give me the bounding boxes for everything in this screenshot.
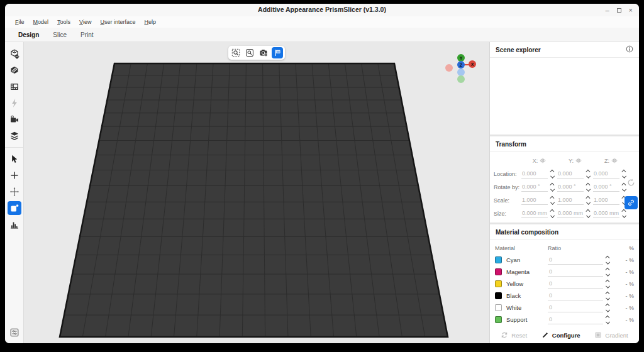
transform-axis-header: X: Y: Z:	[494, 154, 636, 167]
select-cursor-icon[interactable]	[8, 152, 21, 166]
white-ratio-input[interactable]: 0	[548, 304, 603, 312]
stepper[interactable]	[585, 170, 592, 177]
texture-material-icon[interactable]	[8, 201, 21, 215]
support-ratio-input[interactable]: 0	[548, 316, 603, 324]
title-bar: Additive Appearance PrismSlicer (v1.3.0)…	[5, 4, 639, 16]
tab-design[interactable]: Design	[13, 30, 45, 40]
rotate-z-input[interactable]: 0.000 °	[593, 183, 619, 192]
preferences-icon[interactable]	[8, 326, 21, 339]
gizmo-y-neg[interactable]	[457, 75, 465, 83]
menu-tools[interactable]: Tools	[53, 18, 74, 26]
close-button[interactable]: ×	[629, 7, 633, 14]
menu-view[interactable]: View	[75, 18, 95, 26]
model-paint-icon[interactable]	[8, 63, 21, 77]
size-z-input[interactable]: 0.000 mm	[593, 209, 619, 218]
tab-slice[interactable]: Slice	[47, 30, 72, 40]
gradient-button[interactable]: Gradient	[594, 331, 628, 339]
stepper[interactable]	[549, 210, 556, 217]
minimize-button[interactable]: –	[605, 7, 609, 14]
stepper[interactable]	[604, 280, 611, 287]
cyan-swatch	[495, 256, 502, 263]
refresh-icon	[501, 331, 508, 339]
info-icon[interactable]	[626, 44, 633, 55]
transform-row-rotate: Rotate by: 0.000 ° 0.000 ° 0.000 °	[494, 180, 636, 194]
stepper[interactable]	[604, 268, 611, 275]
yellow-ratio-input[interactable]: 0	[548, 280, 603, 289]
axis-header-x: X:	[521, 158, 557, 164]
gizmo-x-neg[interactable]	[445, 64, 453, 72]
scale-z-input[interactable]: 1.000	[593, 196, 619, 205]
stepper[interactable]	[549, 170, 556, 177]
menu-user-interface[interactable]: User interface	[96, 18, 139, 26]
lightning-icon	[8, 96, 21, 110]
toolbar-divider	[5, 147, 24, 148]
rotate-x-input[interactable]: 0.000 °	[521, 183, 548, 192]
axis-header-y: Y:	[557, 158, 593, 164]
layers-icon[interactable]	[8, 129, 21, 143]
menu-help[interactable]: Help	[140, 18, 160, 26]
tab-print[interactable]: Print	[75, 30, 99, 40]
configure-button[interactable]: Configure	[541, 331, 580, 339]
stepper[interactable]	[621, 210, 628, 217]
stepper[interactable]	[604, 292, 611, 299]
filmstrip-icon[interactable]	[8, 80, 21, 94]
histogram-icon[interactable]	[8, 217, 21, 231]
support-swatch	[495, 316, 502, 323]
add-icon[interactable]	[8, 168, 21, 182]
stepper[interactable]	[604, 256, 611, 263]
material-row-support: Support 0 - %	[495, 314, 634, 326]
material-footer: Reset Configure Gradient	[490, 327, 639, 343]
zoom-selection-icon[interactable]	[230, 47, 242, 58]
reset-button[interactable]: Reset	[501, 331, 527, 339]
material-row-yellow: Yellow 0 - %	[495, 278, 634, 290]
material-composition-section: Material composition Material Ratio % Cy…	[490, 224, 639, 343]
scale-y-input[interactable]: 1.000	[557, 196, 584, 205]
move-icon[interactable]	[8, 185, 21, 199]
stepper[interactable]	[549, 184, 556, 190]
stepper[interactable]	[585, 197, 592, 204]
scale-x-input[interactable]: 1.000	[521, 196, 548, 205]
stepper[interactable]	[549, 197, 556, 204]
display-mode-icon[interactable]	[272, 47, 283, 58]
location-z-input[interactable]: 0.000	[593, 170, 619, 179]
scene-explorer-section: Scene explorer	[490, 42, 639, 135]
stepper[interactable]	[604, 304, 611, 311]
stepper[interactable]	[621, 170, 628, 177]
stepper[interactable]	[585, 210, 592, 217]
black-ratio-input[interactable]: 0	[548, 292, 603, 300]
size-y-input[interactable]: 0.000 mm	[557, 209, 584, 218]
build-plate	[24, 42, 484, 343]
stepper[interactable]	[604, 316, 611, 323]
axis-header-z: Z:	[593, 158, 629, 164]
mirror-icon[interactable]	[575, 158, 582, 163]
snapshot-icon[interactable]	[258, 47, 269, 58]
menu-file[interactable]: File	[11, 18, 28, 26]
menu-bar: File Model Tools View User interface Hel…	[5, 16, 639, 28]
right-panel: Scene explorer Transform X: Y: Z:	[489, 42, 639, 343]
material-row-magenta: Magenta 0 - %	[495, 266, 634, 278]
rotate-y-input[interactable]: 0.000 °	[557, 183, 584, 192]
black-swatch	[495, 292, 502, 299]
axis-gizmo[interactable]: Y Z X	[443, 48, 482, 87]
viewport-3d[interactable]: Y Z X	[24, 42, 489, 343]
tab-bar: Design Slice Print	[5, 28, 639, 42]
maximize-button[interactable]	[617, 7, 621, 14]
menu-model[interactable]: Model	[30, 18, 53, 26]
link-dimensions-button[interactable]	[625, 196, 638, 209]
stepper[interactable]	[585, 184, 592, 190]
camera-icon[interactable]	[8, 113, 21, 126]
window-title: Additive Appearance PrismSlicer (v1.3.0)	[5, 6, 639, 13]
magenta-swatch	[495, 268, 502, 275]
location-y-input[interactable]: 0.000	[557, 170, 584, 179]
gizmo-z-axis[interactable]: Z	[457, 61, 465, 69]
size-x-input[interactable]: 0.000 mm	[521, 209, 548, 218]
mirror-icon[interactable]	[540, 158, 546, 163]
zoom-icon[interactable]	[244, 47, 255, 58]
location-x-input[interactable]: 0.000	[521, 170, 548, 179]
gizmo-x-axis[interactable]: X	[469, 60, 476, 68]
magenta-ratio-input[interactable]: 0	[548, 268, 603, 277]
cyan-ratio-input[interactable]: 0	[548, 256, 603, 265]
yellow-swatch	[495, 280, 502, 287]
mirror-icon[interactable]	[611, 158, 618, 163]
model-import-icon[interactable]	[8, 47, 21, 61]
